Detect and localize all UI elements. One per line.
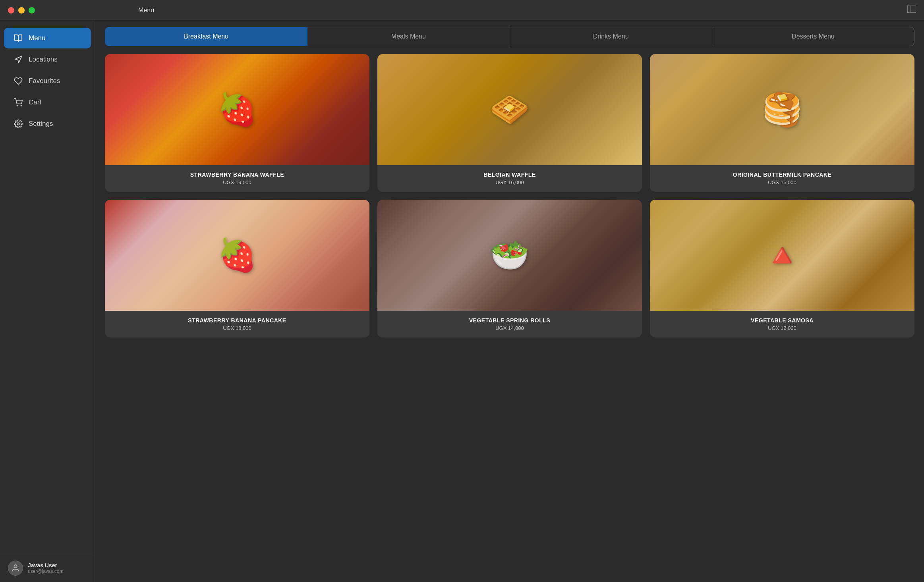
svg-point-5 [17,123,19,125]
card-info: BELGIAN WAFFLE UGX 16,000 [377,165,642,192]
sidebar-item-settings[interactable]: Settings [4,114,91,134]
sidebar-item-label: Settings [29,120,53,128]
food-image-strawberry-banana-waffle: 🍓 [105,54,369,165]
minimize-button[interactable] [18,7,25,13]
tab-meals[interactable]: Meals Menu [307,27,510,46]
user-profile-section: Javas User user@javas.com [0,554,95,582]
menu-card-vegetable-samosa[interactable]: 🔺 VEGETABLE SAMOSA UGX 12,000 [650,200,914,337]
svg-point-6 [14,565,17,568]
menu-tabs: Breakfast Menu Meals Menu Drinks Menu De… [95,21,924,46]
food-image-pancake: 🥞 [650,54,914,165]
sidebar-item-label: Menu [29,34,46,42]
menu-item-price: UGX 15,000 [657,179,907,185]
food-image-spring-rolls: 🥗 [377,200,642,311]
book-open-icon [14,33,23,43]
menu-item-price: UGX 14,000 [385,325,635,331]
menu-card-strawberry-banana-waffle[interactable]: 🍓 STRAWBERRY BANANA WAFFLE UGX 19,000 [105,54,369,192]
svg-point-3 [17,105,17,106]
traffic-lights [8,7,35,13]
card-info: ORIGINAL BUTTERMILK PANCAKE UGX 15,000 [650,165,914,192]
tab-drinks[interactable]: Drinks Menu [510,27,712,46]
close-button[interactable] [8,7,14,13]
sidebar-item-menu[interactable]: Menu [4,28,91,48]
sidebar-item-cart[interactable]: Cart [4,92,91,113]
menu-item-price: UGX 19,000 [112,179,362,185]
food-image-belgian-waffle: 🧇 [377,54,642,165]
menu-card-vegetable-spring-rolls[interactable]: 🥗 VEGETABLE SPRING ROLLS UGX 14,000 [377,200,642,337]
card-info: STRAWBERRY BANANA WAFFLE UGX 19,000 [105,165,369,192]
sidebar: Menu Locations Favourites [0,0,95,582]
svg-point-4 [21,105,21,106]
menu-item-name: VEGETABLE SAMOSA [657,317,907,324]
sidebar-item-label: Cart [29,98,41,106]
main-content: Breakfast Menu Meals Menu Drinks Menu De… [95,0,924,582]
menu-card-original-buttermilk-pancake[interactable]: 🥞 ORIGINAL BUTTERMILK PANCAKE UGX 15,000 [650,54,914,192]
card-info: VEGETABLE SAMOSA UGX 12,000 [650,311,914,337]
menu-item-price: UGX 12,000 [657,325,907,331]
sidebar-item-favourites[interactable]: Favourites [4,71,91,91]
card-info: VEGETABLE SPRING ROLLS UGX 14,000 [377,311,642,337]
menu-item-name: BELGIAN WAFFLE [385,172,635,178]
user-info: Javas User user@javas.com [28,562,64,574]
menu-item-name: VEGETABLE SPRING ROLLS [385,317,635,324]
menu-item-name: STRAWBERRY BANANA PANCAKE [112,317,362,324]
menu-item-name: ORIGINAL BUTTERMILK PANCAKE [657,172,907,178]
menu-card-belgian-waffle[interactable]: 🧇 BELGIAN WAFFLE UGX 16,000 [377,54,642,192]
window-title: Menu [138,7,154,14]
maximize-button[interactable] [29,7,35,13]
cart-icon [14,98,23,107]
menu-item-name: STRAWBERRY BANANA WAFFLE [112,172,362,178]
sidebar-item-locations[interactable]: Locations [4,49,91,70]
card-info: STRAWBERRY BANANA PANCAKE UGX 18,000 [105,311,369,337]
food-image-samosa: 🔺 [650,200,914,311]
menu-item-price: UGX 18,000 [112,325,362,331]
svg-marker-2 [15,56,22,63]
heart-icon [14,76,23,86]
sidebar-toggle-button[interactable] [907,6,916,15]
navigation-icon [14,55,23,64]
menu-item-price: UGX 16,000 [385,179,635,185]
settings-icon [14,119,23,129]
sidebar-nav: Menu Locations Favourites [0,21,95,554]
menu-card-strawberry-banana-pancake[interactable]: 🍓 STRAWBERRY BANANA PANCAKE UGX 18,000 [105,200,369,337]
food-image-strawberry-pancake: 🍓 [105,200,369,311]
menu-grid: 🍓 STRAWBERRY BANANA WAFFLE UGX 19,000 🧇 … [95,46,924,582]
sidebar-item-label: Favourites [29,77,60,85]
tab-desserts[interactable]: Desserts Menu [712,27,914,46]
tab-breakfast[interactable]: Breakfast Menu [105,27,307,46]
user-email: user@javas.com [28,569,64,574]
user-name: Javas User [28,562,64,569]
svg-rect-0 [907,6,916,13]
titlebar: Menu [0,0,924,21]
avatar [8,561,23,576]
sidebar-item-label: Locations [29,56,58,64]
